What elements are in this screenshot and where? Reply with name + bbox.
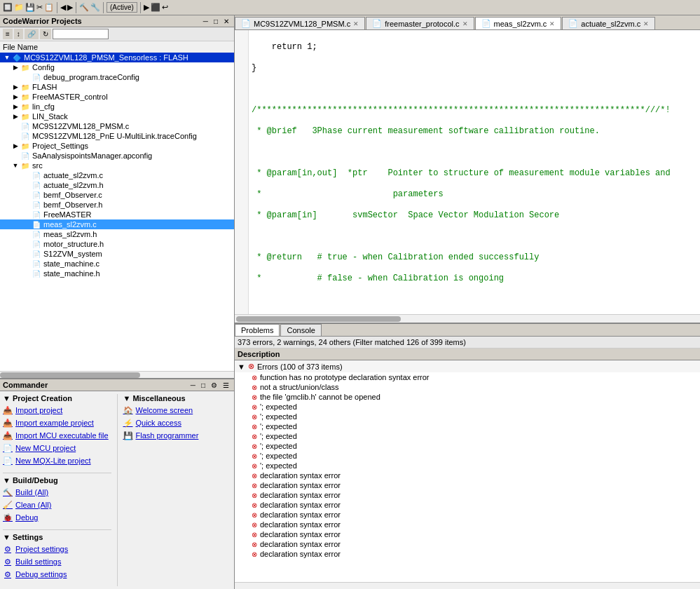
problem-item-14[interactable]: ⊗ declaration syntax error [235, 510, 700, 520]
problem-item-4[interactable]: ⊗ '; expected [235, 412, 700, 421]
cmd-clean[interactable]: 🧹 Clean (All) [3, 499, 111, 511]
cmd-new-mqx[interactable]: 📄 New MQX-Lite project [3, 454, 111, 467]
minimize-btn[interactable]: ─ [201, 18, 210, 25]
maximize-btn[interactable]: □ [212, 18, 220, 25]
tab-close-meas[interactable]: ✕ [549, 20, 555, 27]
cmd-debug-settings[interactable]: ⚙ Debug settings [3, 568, 111, 581]
problem-item-10[interactable]: ⊗ declaration syntax error [235, 470, 700, 480]
tree-item-bemf-h[interactable]: 📄 bemf_Observer.h [0, 200, 234, 210]
tree-item-bemf-c[interactable]: 📄 bemf_Observer.c [0, 190, 234, 200]
problem-item-3[interactable]: ⊗ '; expected [235, 402, 700, 412]
cmd-import-mcu[interactable]: 📥 Import MCU executable file [3, 429, 111, 442]
explorer-scrollbar[interactable] [0, 371, 234, 378]
problem-item-9[interactable]: ⊗ '; expected [235, 461, 700, 470]
tree-item-root[interactable]: ▼ 🔷 MC9S12ZVML128_PMSM_Sensorless : FLAS… [0, 53, 234, 62]
refresh-btn[interactable]: ↻ [40, 29, 51, 39]
cmd-import-example[interactable]: 📥 Import example project [3, 417, 111, 429]
cmd-settings-btn[interactable]: ⚙ [209, 381, 219, 389]
error-icon-17: ⊗ [252, 541, 257, 548]
tree-item-mc9s12-pne[interactable]: 📄 MC9S12ZVML128_PnE U-MultiLink.traceCon… [0, 131, 234, 141]
toolbar-separator-2 [76, 2, 76, 13]
problem-item-13[interactable]: ⊗ declaration syntax error [235, 500, 700, 510]
tab-icon-mc9s12: 📄 [241, 19, 251, 28]
problem-item-17[interactable]: ⊗ declaration syntax error [235, 539, 700, 549]
tree-item-src[interactable]: ▼ 📁 src [0, 161, 234, 170]
tree-label-meas-h: meas_sl2zvm.h [43, 230, 97, 238]
search-input[interactable] [53, 29, 109, 39]
problems-list[interactable]: ▼ ⊗ Errors (100 of 373 items) ⊗ function… [235, 360, 700, 582]
cmd-maximize-btn[interactable]: □ [199, 381, 207, 389]
problem-item-11[interactable]: ⊗ declaration syntax error [235, 480, 700, 490]
cmd-misc-title: ▼ Miscellaneous [123, 394, 232, 402]
problem-item-5[interactable]: ⊗ '; expected [235, 421, 700, 431]
tab-console[interactable]: Console [280, 324, 321, 336]
filter-btn[interactable]: 🔗 [25, 29, 39, 39]
close-btn[interactable]: ✕ [221, 18, 231, 25]
file-name-label: File Name [0, 41, 234, 53]
cmd-build-settings[interactable]: ⚙ Build settings [3, 555, 111, 568]
tree-item-state-h[interactable]: 📄 state_machine.h [0, 269, 234, 278]
tree-item-config[interactable]: ▶ 📁 Config [0, 62, 234, 72]
tab-close-freemaster[interactable]: ✕ [462, 20, 468, 27]
tree-item-lin-cfg[interactable]: ▶ 📁 lin_cfg [0, 102, 234, 111]
cmd-project-creation: ▼ Project Creation 📥 Import project 📥 Im… [3, 394, 111, 467]
tab-actuate[interactable]: 📄 actuate_sl2zvm.c ✕ [562, 17, 655, 29]
tree-item-sa-analysis[interactable]: 📄 SaAnalysispointsManager.apconfig [0, 151, 234, 161]
problems-scroll[interactable] [235, 582, 700, 589]
tab-problems[interactable]: Problems [235, 324, 280, 336]
tree-item-state-c[interactable]: 📄 state_machine.c [0, 259, 234, 269]
problem-item-6[interactable]: ⊗ '; expected [235, 431, 700, 441]
tree-item-mc9s12-c[interactable]: 📄 MC9S12ZVML128_PMSM.c [0, 121, 234, 131]
file-tree[interactable]: ▼ 🔷 MC9S12ZVML128_PMSM_Sensorless : FLAS… [0, 53, 234, 371]
sort-btn[interactable]: ↕ [14, 29, 23, 39]
cmd-welcome-screen[interactable]: 🏠 Welcome screen [123, 404, 232, 417]
problem-item-7[interactable]: ⊗ '; expected [235, 441, 700, 451]
cmd-project-settings[interactable]: ⚙ Project settings [3, 543, 111, 555]
tree-item-meas-h[interactable]: 📄 meas_sl2zvm.h [0, 229, 234, 239]
cmd-import-project[interactable]: 📥 Import project [3, 404, 111, 417]
cmd-build[interactable]: 🔨 Build (All) [3, 486, 111, 499]
code-horizontal-scroll[interactable] [235, 314, 700, 323]
build-debug-label: Build/Debug [13, 476, 58, 485]
tree-item-meas-c[interactable]: 📄 meas_sl2zvm.c [0, 219, 234, 229]
cmd-flash-programmer[interactable]: 💾 Flash programmer [123, 429, 232, 442]
problem-item-1[interactable]: ⊗ not a struct/union/class [235, 382, 700, 392]
cmd-debug[interactable]: 🐞 Debug [3, 511, 111, 524]
cmd-new-mcu[interactable]: 📄 New MCU project [3, 442, 111, 454]
file-explorer: CodeWarrior Projects ─ □ ✕ ≡ ↕ 🔗 ↻ File … [0, 15, 234, 379]
tree-item-project-settings[interactable]: ▶ 📁 Project_Settings [0, 141, 234, 151]
tree-item-lin-stack[interactable]: ▶ 📁 LIN_Stack [0, 111, 234, 121]
code-body[interactable]: return 1; } /***************************… [249, 30, 700, 314]
cmd-quick-access[interactable]: ⚡ Quick access [123, 417, 232, 429]
tree-item-freemaster[interactable]: ▶ 📁 FreeMASTER_control [0, 92, 234, 102]
tree-item-flash[interactable]: ▶ 📁 FLASH [0, 82, 234, 92]
tree-item-motor-h[interactable]: 📄 motor_structure.h [0, 239, 234, 249]
problem-item-8[interactable]: ⊗ '; expected [235, 451, 700, 461]
cmd-view-btn[interactable]: ☰ [221, 381, 231, 389]
tab-close-actuate[interactable]: ✕ [643, 20, 649, 27]
tab-mc9s12[interactable]: 📄 MC9S12ZVML128_PMSM.c ✕ [235, 17, 365, 29]
problem-item-2[interactable]: ⊗ the file 'gmclib.h' cannot be opened [235, 392, 700, 402]
problem-item-15[interactable]: ⊗ declaration syntax error [235, 520, 700, 529]
tree-item-freemaster-file[interactable]: 📄 FreeMASTER [0, 210, 234, 219]
problem-item-12[interactable]: ⊗ declaration syntax error [235, 490, 700, 500]
error-icon-8: ⊗ [252, 452, 257, 460]
collapse-all-btn[interactable]: ≡ [3, 29, 13, 39]
code-content[interactable]: return 1; } /***************************… [235, 30, 700, 314]
problem-item-0[interactable]: ⊗ function has no prototype declaration … [235, 372, 700, 382]
problems-group-header[interactable]: ▼ ⊗ Errors (100 of 373 items) [235, 360, 700, 372]
problem-item-18[interactable]: ⊗ declaration syntax error [235, 549, 700, 559]
tree-item-debug-trace[interactable]: 📄 debug_program.traceConfig [0, 72, 234, 82]
cmd-section-left: ▼ Project Creation 📥 Import project 📥 Im… [3, 394, 111, 586]
tab-meas[interactable]: 📄 meas_sl2zvm.c ✕ [475, 17, 562, 29]
file-icon-mc9s12-c: 📄 [20, 123, 31, 130]
problem-item-16[interactable]: ⊗ declaration syntax error [235, 529, 700, 539]
tree-item-s12zvm[interactable]: 📄 S12ZVM_system [0, 249, 234, 259]
file-icon-actuate-c: 📄 [31, 172, 42, 180]
commander-controls: ─ □ ⚙ ☰ [188, 381, 231, 389]
cmd-minimize-btn[interactable]: ─ [188, 381, 198, 389]
tree-item-actuate-c[interactable]: 📄 actuate_sl2zvm.c [0, 170, 234, 180]
tab-freemaster[interactable]: 📄 freemaster_protocol.c ✕ [366, 17, 474, 29]
tab-close-mc9s12[interactable]: ✕ [353, 20, 359, 27]
tree-item-actuate-h[interactable]: 📄 actuate_sl2zvm.h [0, 180, 234, 190]
